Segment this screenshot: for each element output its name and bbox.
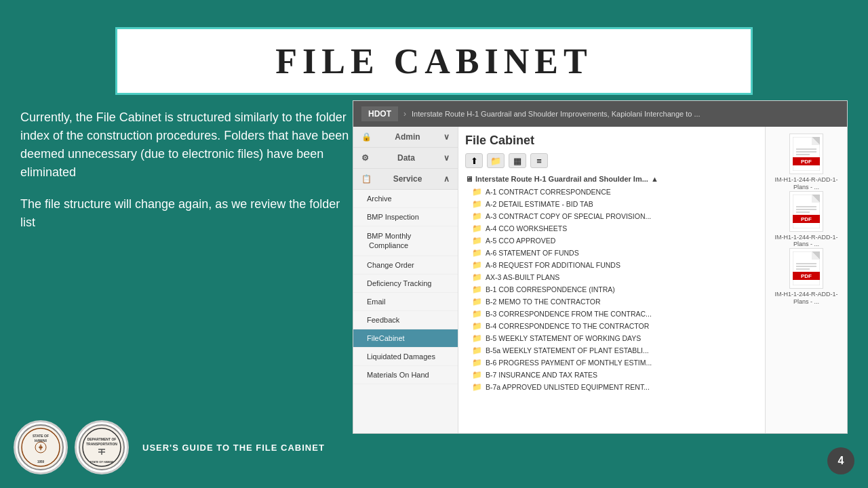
svg-text:PDF: PDF: [801, 216, 812, 222]
sidebar-item-feedback[interactable]: Feedback: [353, 311, 458, 329]
folder-item[interactable]: 📁A-5 CCO APPROVED: [465, 235, 758, 247]
sidebar-group-data[interactable]: ⚙ Data ∨: [353, 148, 458, 169]
folder-name: B-3 CORRESPONDENCE FROM THE CONTRAC...: [486, 310, 652, 318]
folder-name: B-7a APPROVED UNLISTED EQUIPMENT RENT...: [486, 383, 650, 391]
list-view-button[interactable]: ≡: [530, 153, 548, 168]
folder-icon: 📁: [472, 297, 482, 306]
page-number: 4: [827, 447, 854, 474]
sidebar-item-email[interactable]: Email: [353, 293, 458, 311]
folder-name: B-2 MEMO TO THE CONTRACTOR: [486, 298, 601, 306]
folder-name: A-4 CCO WORKSHEETS: [486, 224, 567, 232]
pdf-thumbnails-panel: PDF IM-H1-1-244-R-ADD-1-Plans - ... PDF: [766, 127, 847, 433]
sidebar-item-deficiency-tracking[interactable]: Deficiency Tracking: [353, 274, 458, 293]
sidebar: 🔒 Admin ∨ ⚙ Data ∨ 📋 Service ∧ Archive B…: [353, 127, 458, 433]
sidebar-item-filecabinet[interactable]: FileCabinet: [353, 329, 458, 348]
file-toolbar: ⬆ 📁 ▦ ≡: [465, 153, 758, 168]
sidebar-item-liquidated-damages[interactable]: Liquidated Damages: [353, 348, 458, 366]
folder-icon: 📁: [472, 309, 482, 319]
folder-name: B-1 COB CORRESPONDENCE (INTRA): [486, 285, 615, 293]
folder-item[interactable]: 📁B-5a WEEKLY STATEMENT OF PLANT ESTABLI.…: [465, 344, 758, 357]
folder-item[interactable]: 📁B-7a APPROVED UNLISTED EQUIPMENT RENT..…: [465, 381, 758, 393]
pdf-thumbnail[interactable]: PDF IM-H1-1-244-R-ADD-1-Plans - ...: [769, 134, 844, 191]
folder-icon: 📁: [472, 382, 482, 392]
pdf-thumbnail[interactable]: PDF IM-H1-1-244-R-ADD-1-Plans - ...: [769, 248, 844, 306]
folder-list: 📁A-1 CONTRACT CORRESPONDENCE📁A-2 DETAIL …: [465, 186, 758, 393]
folder-icon: 📁: [472, 358, 482, 367]
folder-item[interactable]: 📁AX-3 AS-BUILT PLANS: [465, 271, 758, 283]
folder-name: B-7 INSURANCE AND TAX RATES: [486, 371, 597, 379]
pdf-icon: PDF: [789, 134, 823, 174]
folder-icon: 📁: [472, 321, 482, 331]
data-chevron-icon: ∨: [443, 153, 450, 163]
root-drive-icon: 🖥: [465, 175, 473, 183]
content-area: 🔒 Admin ∨ ⚙ Data ∨ 📋 Service ∧ Archive B…: [353, 127, 847, 433]
service-icon: 📋: [361, 174, 372, 184]
folder-item[interactable]: 📁B-3 CORRESPONDENCE FROM THE CONTRAC...: [465, 308, 758, 320]
folder-icon: 📁: [472, 187, 482, 197]
sidebar-group-admin[interactable]: 🔒 Admin ∨: [353, 127, 458, 148]
folder-item[interactable]: 📁B-5 WEEKLY STATEMENT OF WORKING DAYS: [465, 332, 758, 344]
title-box: FILE CABINET: [115, 27, 753, 95]
dot-logo: DEPARTMENT OF TRANSPORTATION STATE OF HA…: [75, 420, 129, 474]
svg-text:STATE OF: STATE OF: [33, 434, 49, 438]
root-expand-icon: ▲: [651, 175, 658, 183]
folder-item[interactable]: 📁B-2 MEMO TO THE CONTRACTOR: [465, 296, 758, 308]
pdf-thumbnail[interactable]: PDF IM-H1-1-244-R-ADD-1-Plans - ...: [769, 191, 844, 249]
bottom-label: USER'S GUIDE TO THE FILE CABINET: [142, 443, 325, 453]
folder-item[interactable]: 📁A-2 DETAIL ESTIMATE - BID TAB: [465, 198, 758, 210]
folder-icon: 📁: [472, 211, 482, 221]
svg-text:DEPARTMENT OF: DEPARTMENT OF: [87, 437, 117, 441]
grid-view-button[interactable]: ▦: [509, 153, 526, 168]
breadcrumb-path: Interstate Route H-1 Guardrail and Shoul…: [412, 110, 839, 118]
svg-text:PDF: PDF: [801, 273, 812, 279]
folder-icon: 📁: [472, 224, 482, 233]
pdf-icon: PDF: [789, 248, 823, 289]
description-paragraph-1: Currently, the File Cabinet is structure…: [20, 108, 353, 182]
data-label: Data: [397, 153, 415, 163]
folder-item[interactable]: 📁B-7 INSURANCE AND TAX RATES: [465, 369, 758, 381]
sidebar-item-materials-on-hand[interactable]: Materials On Hand: [353, 366, 458, 384]
pdf-icon: PDF: [789, 191, 823, 232]
folder-icon: 📁: [472, 333, 482, 343]
service-chevron-icon: ∧: [443, 174, 450, 184]
sidebar-item-archive[interactable]: Archive: [353, 190, 458, 208]
folder-item[interactable]: 📁A-4 CCO WORKSHEETS: [465, 222, 758, 235]
folder-tree: 🖥 Interstate Route H-1 Guardrail and Sho…: [465, 175, 758, 393]
svg-text:1959: 1959: [37, 460, 45, 464]
folder-icon: 📁: [472, 346, 482, 355]
folder-item[interactable]: 📁B-1 COB CORRESPONDENCE (INTRA): [465, 283, 758, 296]
folder-name: A-8 REQUEST FOR ADDITIONAL FUNDS: [486, 261, 620, 269]
file-cabinet-panel: File Cabinet ⬆ 📁 ▦ ≡ 🖥 Interstate Route …: [458, 127, 766, 433]
pdf-label: IM-H1-1-244-R-ADD-1-Plans - ...: [769, 291, 844, 306]
folder-item[interactable]: 📁B-6 PROGRESS PAYMENT OF MONTHLY ESTIM..…: [465, 357, 758, 369]
folder-item[interactable]: 📁A-6 STATEMENT OF FUNDS: [465, 247, 758, 259]
folder-icon: 📁: [472, 272, 482, 282]
folder-item[interactable]: 📁A-3 CONTRACT COPY OF SPECIAL PROVISION.…: [465, 210, 758, 222]
page-title: FILE CABINET: [275, 41, 592, 81]
hdot-label[interactable]: HDOT: [361, 106, 398, 121]
sidebar-group-service[interactable]: 📋 Service ∧: [353, 169, 458, 190]
folder-item[interactable]: 📁A-8 REQUEST FOR ADDITIONAL FUNDS: [465, 259, 758, 271]
sidebar-item-change-order[interactable]: Change Order: [353, 256, 458, 274]
sidebar-item-bmp-inspection[interactable]: BMP Inspection: [353, 208, 458, 226]
new-folder-button[interactable]: 📁: [487, 153, 505, 168]
folder-item[interactable]: 📁B-4 CORRESPONDENCE TO THE CONTRACTOR: [465, 320, 758, 332]
folder-name: A-2 DETAIL ESTIMATE - BID TAB: [486, 200, 593, 208]
sidebar-item-bmp-monthly[interactable]: BMP Monthly Compliance: [353, 226, 458, 256]
folder-icon: 📁: [472, 248, 482, 258]
pdf-label: IM-H1-1-244-R-ADD-1-Plans - ...: [769, 176, 844, 191]
upload-button[interactable]: ⬆: [465, 153, 483, 168]
file-cabinet-title: File Cabinet: [465, 134, 758, 148]
left-description: Currently, the File Cabinet is structure…: [20, 108, 353, 245]
folder-icon: 📁: [472, 199, 482, 209]
folder-root[interactable]: 🖥 Interstate Route H-1 Guardrail and Sho…: [465, 175, 758, 183]
folder-name: B-5a WEEKLY STATEMENT OF PLANT ESTABLI..…: [486, 346, 649, 354]
folder-name: AX-3 AS-BUILT PLANS: [486, 273, 559, 281]
folder-item[interactable]: 📁A-1 CONTRACT CORRESPONDENCE: [465, 186, 758, 198]
folder-icon: 📁: [472, 260, 482, 270]
ui-panel: HDOT › Interstate Route H-1 Guardrail an…: [353, 100, 848, 434]
folder-name: B-5 WEEKLY STATEMENT OF WORKING DAYS: [486, 334, 641, 342]
admin-label: Admin: [395, 132, 420, 142]
svg-text:TRANSPORTATION: TRANSPORTATION: [86, 442, 117, 446]
breadcrumb-arrow-icon: ›: [403, 109, 406, 119]
